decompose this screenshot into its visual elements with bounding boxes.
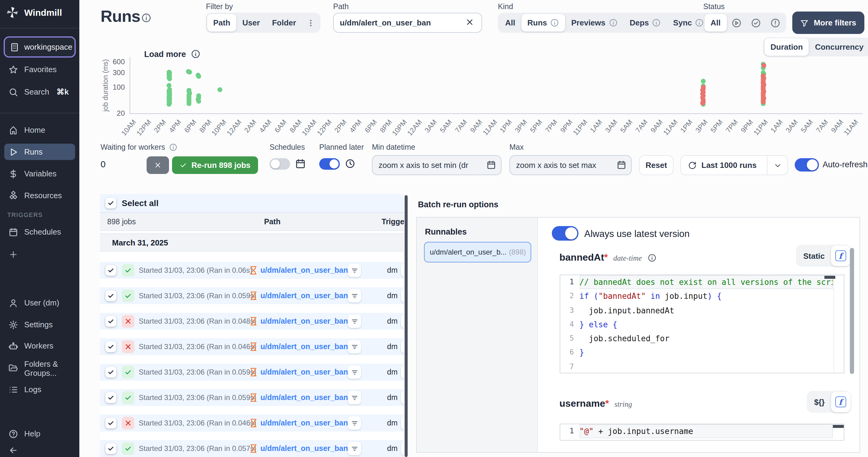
cancel-selection-button[interactable] — [147, 156, 169, 174]
info-icon[interactable] — [647, 253, 656, 262]
filter-by-path-button[interactable] — [348, 366, 361, 379]
sidebar-item[interactable]: Favorites — [4, 61, 75, 78]
javascript-mode-button[interactable]: f — [831, 392, 850, 412]
list-scrollbar[interactable] — [404, 195, 408, 457]
planned-later-toggle[interactable] — [319, 158, 340, 170]
row-checkbox[interactable] — [105, 418, 116, 429]
row-action-button[interactable] — [401, 264, 404, 277]
row-checkbox[interactable] — [105, 265, 116, 276]
auto-refresh-toggle[interactable] — [795, 158, 819, 172]
collapse-sidebar-button[interactable] — [4, 442, 75, 457]
mode-static-label[interactable]: Static — [803, 251, 825, 260]
bannedat-code-editor[interactable]: 1// bannedAt does not exist on all versi… — [559, 275, 844, 373]
job-row[interactable]: Started 31/03, 23:06 (Ran in 0.048s) u/d… — [100, 313, 404, 330]
job-path-link[interactable]: u/dm/alert_on_user_ban — [260, 393, 348, 402]
kind-option[interactable]: All — [499, 14, 521, 31]
row-action-button[interactable] — [401, 289, 404, 303]
reset-button[interactable]: Reset — [639, 155, 674, 175]
job-path-link[interactable]: u/dm/alert_on_user_ban — [260, 368, 348, 376]
row-action-button[interactable] — [401, 340, 404, 353]
row-checkbox[interactable] — [105, 392, 116, 403]
sidebar-nav-item[interactable]: Runs — [4, 144, 75, 160]
chart-tab[interactable]: Concurrency — [809, 38, 868, 56]
filter-by-path-button[interactable] — [348, 289, 361, 303]
filter-by-path-button[interactable] — [348, 264, 361, 277]
job-path-link[interactable]: u/dm/alert_on_user_ban — [260, 266, 348, 275]
job-row[interactable]: Started 31/03, 23:06 (Ran in 0.059s) u/d… — [100, 364, 404, 381]
row-checkbox[interactable] — [105, 316, 116, 327]
row-checkbox[interactable] — [105, 341, 116, 352]
editor-scrollbar[interactable] — [824, 276, 835, 279]
sidebar-item[interactable]: Settings — [4, 316, 75, 333]
more-filters-button[interactable]: More filters — [792, 11, 864, 34]
panel-scrollbar[interactable] — [849, 248, 854, 374]
sidebar-nav-item[interactable]: Variables — [4, 166, 75, 182]
job-row[interactable]: Started 31/03, 23:06 (Ran in 0.06s) u/dm… — [100, 262, 404, 279]
row-action-button[interactable] — [401, 442, 404, 455]
sidebar-item[interactable]: Logs — [4, 381, 75, 398]
row-action-button[interactable] — [401, 417, 404, 430]
min-datetime-input[interactable] — [372, 155, 501, 175]
job-path-link[interactable]: u/dm/alert_on_user_ban — [260, 317, 348, 325]
row-action-button[interactable] — [401, 315, 404, 328]
job-row[interactable]: Started 31/03, 23:06 (Ran in 0.046s) u/d… — [100, 415, 404, 432]
max-datetime-input[interactable] — [509, 155, 632, 175]
job-path-link[interactable]: u/dm/alert_on_user_ban — [260, 419, 348, 427]
schedules-toggle[interactable] — [270, 158, 290, 170]
row-action-button[interactable] — [401, 366, 404, 379]
filter-by-more-button[interactable] — [302, 14, 319, 31]
runnable-chip[interactable]: u/dm/alert_on_user_b... (898) — [424, 242, 531, 262]
refresh-dropdown-button[interactable] — [767, 156, 787, 175]
sidebar-nav-item[interactable]: Resources — [4, 187, 75, 204]
mode-template-label[interactable]: ${} — [814, 397, 825, 406]
always-latest-toggle[interactable] — [552, 226, 578, 240]
job-row[interactable]: Started 31/03, 23:06 (Ran in 0.057s) u/d… — [100, 440, 404, 457]
clear-path-icon[interactable] — [465, 18, 474, 27]
filter-by-path-button[interactable] — [348, 340, 361, 353]
add-trigger-button[interactable] — [4, 246, 75, 262]
filter-by-path-button[interactable] — [348, 442, 361, 455]
job-row[interactable]: Started 31/03, 23:06 (Ran in 0.046s) u/d… — [100, 338, 404, 355]
kind-option[interactable]: Runs — [521, 14, 565, 31]
status-option-all[interactable]: All — [705, 14, 726, 31]
sidebar-item[interactable]: Folders & Groups... — [4, 360, 75, 376]
help-button[interactable]: Help — [4, 426, 75, 442]
workspace-switcher[interactable]: workingspace — [4, 36, 76, 58]
status-option[interactable] — [765, 14, 785, 31]
kind-option[interactable]: Deps — [624, 14, 667, 31]
javascript-mode-button[interactable]: f — [831, 246, 850, 266]
job-path-link[interactable]: u/dm/alert_on_user_ban — [260, 291, 348, 300]
job-path-link[interactable]: u/dm/alert_on_user_ban — [260, 444, 348, 453]
job-row[interactable]: Started 31/03, 23:06 (Ran in 0.059s) u/d… — [100, 287, 404, 304]
path-filter-input[interactable] — [333, 13, 482, 33]
runs-info-icon[interactable] — [141, 13, 151, 23]
rerun-jobs-button[interactable]: Re-run 898 jobs — [172, 156, 258, 174]
job-row[interactable]: Started 31/03, 23:06 (Ran in 0.059s) u/d… — [100, 389, 404, 406]
sidebar-item[interactable]: Workers — [4, 338, 75, 354]
status-option[interactable] — [746, 14, 765, 31]
row-action-button[interactable] — [401, 391, 404, 404]
filter-by-path-button[interactable] — [348, 391, 361, 404]
filter-by-option[interactable]: User — [236, 14, 266, 31]
sidebar-item-schedules[interactable]: Schedules — [4, 224, 75, 240]
filter-by-option[interactable]: Folder — [266, 14, 302, 31]
refresh-runs-button[interactable]: Last 1000 runs — [680, 155, 788, 175]
kind-option[interactable]: Previews — [565, 14, 624, 31]
username-code-editor[interactable]: 1"@" + job.input.username — [559, 424, 844, 440]
status-option[interactable] — [726, 14, 746, 31]
filter-by-option[interactable]: Path — [207, 14, 236, 31]
sidebar-item[interactable]: Search ⌘k — [4, 84, 75, 100]
sidebar-item[interactable]: User (dm) — [4, 294, 75, 311]
row-checkbox[interactable] — [105, 367, 116, 378]
chart-tab[interactable]: Duration — [765, 38, 809, 56]
chart-plot-area[interactable] — [130, 57, 863, 114]
sidebar-nav-item[interactable]: Home — [4, 122, 75, 138]
filter-by-path-button[interactable] — [348, 315, 361, 328]
job-path-link[interactable]: u/dm/alert_on_user_ban — [260, 342, 348, 351]
row-checkbox[interactable] — [105, 443, 116, 454]
select-all-checkbox[interactable] — [105, 198, 116, 208]
calendar-icon[interactable] — [617, 160, 626, 170]
row-checkbox[interactable] — [105, 290, 116, 301]
calendar-icon[interactable] — [486, 160, 496, 170]
editor-scrollbar[interactable] — [833, 425, 843, 428]
